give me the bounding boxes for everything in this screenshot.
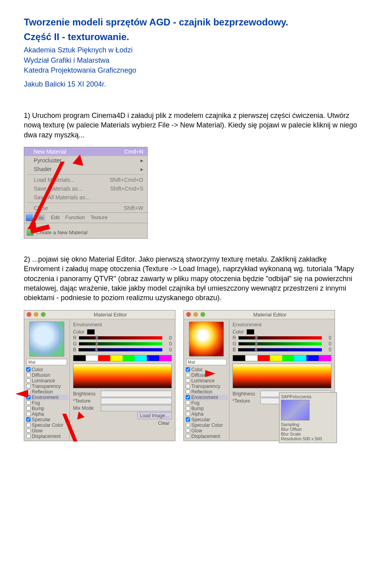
brightness-field[interactable] (101, 391, 172, 397)
checkbox[interactable] (26, 378, 31, 383)
menubar-function[interactable]: Function (65, 214, 85, 221)
menu-item-save-materials-as[interactable]: Save Materials as... Shift+Cmd+S (24, 184, 147, 193)
checkbox[interactable] (26, 367, 31, 372)
checkbox[interactable] (186, 423, 190, 427)
checkbox[interactable] (186, 384, 190, 388)
g-slider[interactable] (239, 342, 322, 345)
r-slider[interactable] (239, 336, 322, 339)
r-slider[interactable] (79, 336, 162, 339)
doc-header-block: Akademia Sztuk Pięknych w Łodzi Wydział … (24, 45, 357, 89)
channel-glow[interactable]: Glow (25, 428, 69, 434)
color-swatch-row[interactable] (73, 355, 172, 361)
menu-item-load-materials[interactable]: Load Materials... Shift+Cmd+O (24, 175, 147, 184)
checkbox[interactable] (26, 406, 31, 411)
channel-reflection[interactable]: Reflection (185, 389, 228, 395)
channel-transparency[interactable]: Transparency (185, 384, 228, 389)
checkbox[interactable] (186, 417, 190, 422)
color-swatch[interactable] (87, 329, 95, 335)
zoom-icon[interactable] (41, 312, 46, 317)
material-name-field[interactable]: Mat (27, 359, 67, 365)
channel-displacement[interactable]: Displacement (185, 434, 228, 439)
b-slider[interactable] (79, 348, 162, 351)
checkbox[interactable] (26, 428, 31, 433)
menu-item-shader[interactable]: Shader ▸ (24, 165, 147, 174)
mixmode-popup[interactable] (101, 405, 172, 411)
checkbox[interactable] (26, 384, 31, 388)
doc-title-line2: Część II - texturowanie. (24, 31, 357, 43)
channel-glow[interactable]: Glow (185, 428, 228, 434)
color-label: Color (233, 329, 244, 335)
channel-bump[interactable]: Bump (185, 406, 228, 411)
b-slider[interactable] (238, 348, 322, 351)
menu-label: Shader (34, 166, 52, 172)
menubar-texture[interactable]: Texture (90, 214, 108, 221)
b-label: B (73, 347, 76, 353)
material-preview[interactable] (29, 322, 64, 357)
channel-luminance[interactable]: Luminance (185, 378, 228, 384)
checkbox[interactable] (26, 423, 31, 427)
annotation-arrow-icon (73, 153, 86, 166)
material-preview[interactable] (189, 322, 224, 357)
color-swatch-row[interactable] (233, 355, 331, 361)
channel-environment[interactable]: Environment (25, 395, 69, 400)
channel-specular-color[interactable]: Specular Color (25, 422, 69, 428)
gradient-preview (233, 364, 331, 388)
close-icon[interactable] (186, 312, 191, 317)
popup-item-load-image[interactable]: Load Image... (137, 412, 172, 419)
sub-sampling[interactable]: Sampling (281, 422, 335, 427)
channel-fog[interactable]: Fog (25, 400, 69, 406)
channel-specular[interactable]: Specular (25, 417, 69, 422)
minimize-icon[interactable] (34, 312, 38, 317)
sub-title: SAPPotoczenia (281, 394, 335, 399)
checkbox[interactable] (186, 389, 190, 394)
b-value: 0 (165, 347, 172, 353)
channel-reflection[interactable]: Reflection (25, 389, 69, 395)
checkbox[interactable] (186, 401, 190, 405)
section-title-environment: Environment (73, 322, 172, 328)
doc-title-line1: Tworzenie modeli sprzętów AGD - czajnik … (24, 16, 357, 28)
g-slider[interactable] (79, 342, 162, 345)
channel-bump[interactable]: Bump (25, 406, 69, 411)
checkbox[interactable] (26, 412, 31, 416)
color-swatch[interactable] (246, 329, 254, 335)
menu-item-pyrocluster[interactable]: Pyrocluster ▸ (24, 156, 147, 165)
checkbox[interactable] (186, 428, 190, 433)
sub-blur-offset[interactable]: Blur Offset (281, 427, 335, 432)
checkbox[interactable] (26, 434, 31, 438)
checkbox[interactable] (26, 373, 31, 377)
checkbox[interactable] (186, 367, 190, 372)
g-label: G (73, 341, 77, 347)
channel-transparency[interactable]: Transparency (25, 384, 69, 389)
popup-item-clear[interactable]: Clear (156, 420, 172, 426)
channel-fog[interactable]: Fog (185, 400, 228, 406)
texture-dropdown[interactable] (101, 398, 172, 404)
checkbox[interactable] (186, 395, 190, 399)
channel-specular-color[interactable]: Specular Color (185, 422, 228, 428)
zoom-icon[interactable] (200, 312, 205, 317)
channel-environment[interactable]: Environment (185, 395, 228, 400)
menu-shortcut: Shift+Cmd+O (110, 177, 143, 183)
checkbox[interactable] (186, 406, 190, 411)
channel-displacement[interactable]: Displacement (25, 434, 69, 439)
gradient-preview (73, 364, 172, 388)
checkbox[interactable] (186, 434, 190, 438)
material-name-field[interactable]: Mat (186, 359, 227, 365)
checkbox[interactable] (186, 412, 190, 416)
channel-color[interactable]: Color (25, 367, 69, 372)
checkbox[interactable] (26, 401, 31, 405)
channel-diffusion[interactable]: Diffusion (25, 372, 69, 378)
texture-thumb[interactable] (281, 400, 310, 420)
checkbox[interactable] (186, 373, 190, 377)
checkbox[interactable] (26, 417, 31, 422)
menu-shortcut: Shift+Cmd+S (110, 185, 143, 192)
menubar-edit[interactable]: Edit (51, 214, 60, 221)
menu-item-new-material[interactable]: New Material Cmd+N (24, 147, 147, 156)
close-icon[interactable] (27, 312, 31, 317)
window-title: Material Editor (48, 312, 173, 318)
channel-alpha[interactable]: Alpha (185, 411, 228, 417)
checkbox[interactable] (186, 378, 190, 383)
minimize-icon[interactable] (193, 312, 198, 317)
sub-blur-scale[interactable]: Blur Scale (281, 432, 335, 436)
channel-luminance[interactable]: Luminance (25, 378, 69, 384)
channel-specular[interactable]: Specular (185, 417, 228, 422)
